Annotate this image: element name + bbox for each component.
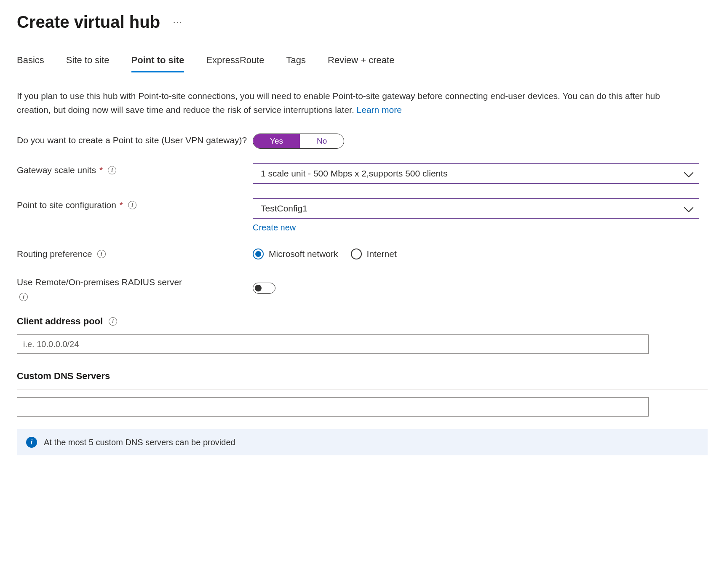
routing-pref-radio-group: Microsoft network Internet [253,249,708,259]
info-icon[interactable] [109,317,117,326]
intro-text: If you plan to use this hub with Point-t… [17,89,691,117]
scale-units-label: Gateway scale units [17,163,96,177]
info-icon[interactable] [108,166,116,174]
p2s-config-value: TestConfig1 [261,203,307,214]
tab-tags[interactable]: Tags [286,55,306,72]
scale-units-value: 1 scale unit - 500 Mbps x 2,supports 500… [261,168,448,179]
page-title: Create virtual hub [17,13,160,32]
tab-expressroute[interactable]: ExpressRoute [206,55,264,72]
radio-icon [253,249,264,259]
divider [17,389,708,390]
client-pool-heading: Client address pool [17,316,103,327]
divider [17,360,708,360]
tab-site-to-site[interactable]: Site to site [66,55,110,72]
routing-pref-microsoft[interactable]: Microsoft network [253,249,338,259]
custom-dns-input[interactable] [17,397,649,417]
chevron-down-icon [684,168,694,178]
info-filled-icon [26,437,37,448]
info-banner: At the most 5 custom DNS servers can be … [17,429,708,455]
routing-pref-label: Routing preference [17,247,92,261]
radius-toggle[interactable] [253,283,275,294]
routing-pref-internet-label: Internet [367,249,397,259]
banner-text: At the most 5 custom DNS servers can be … [44,438,235,447]
tab-review-create[interactable]: Review + create [328,55,394,72]
p2s-config-dropdown[interactable]: TestConfig1 [253,198,699,219]
scale-units-dropdown[interactable]: 1 scale unit - 500 Mbps x 2,supports 500… [253,163,699,184]
required-indicator: * [99,163,103,177]
create-new-link[interactable]: Create new [253,223,296,233]
p2s-toggle-yes[interactable]: Yes [253,134,300,148]
p2s-toggle-label: Do you want to create a Point to site (U… [17,134,247,147]
routing-pref-internet[interactable]: Internet [351,249,397,259]
tab-basics[interactable]: Basics [17,55,44,72]
tab-point-to-site[interactable]: Point to site [131,55,184,72]
learn-more-link[interactable]: Learn more [357,105,402,115]
radio-icon [351,249,362,259]
routing-pref-microsoft-label: Microsoft network [269,249,338,259]
info-icon[interactable] [97,250,106,258]
p2s-gateway-toggle[interactable]: Yes No [253,134,344,149]
required-indicator: * [120,198,123,212]
dns-heading: Custom DNS Servers [17,371,110,382]
info-icon[interactable] [128,201,136,209]
p2s-toggle-no[interactable]: No [300,134,344,148]
chevron-down-icon [684,203,694,213]
info-icon[interactable] [19,293,28,301]
client-address-pool-input[interactable] [17,334,649,354]
p2s-config-label: Point to site configuration [17,198,116,212]
radius-label: Use Remote/On-premises RADIUS server [17,275,182,289]
tab-bar: Basics Site to site Point to site Expres… [17,55,710,72]
more-actions-icon[interactable]: ⋯ [173,17,183,28]
